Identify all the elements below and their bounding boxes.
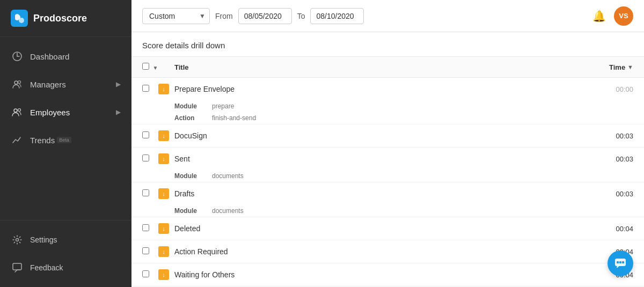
trends-icon	[11, 134, 24, 146]
row-icon-cell: ↓	[158, 246, 174, 257]
drill-down-panel: Score details drill down ▼ Title Time ▼	[131, 32, 644, 287]
row-time: 00:03	[606, 132, 633, 140]
svg-rect-10	[617, 261, 619, 263]
row-select-checkbox[interactable]	[142, 189, 149, 196]
to-date-input[interactable]	[310, 8, 364, 24]
chat-support-button[interactable]	[608, 251, 633, 276]
svg-point-6	[18, 109, 21, 112]
logo-text: Prodoscore	[33, 13, 87, 24]
select-all-checkbox[interactable]	[142, 63, 149, 70]
row-main-6: ↓ Waiting for Others 00:04	[131, 263, 644, 286]
time-column-header: Time ▼	[609, 63, 633, 71]
svg-point-3	[14, 81, 18, 84]
employees-icon	[11, 106, 24, 119]
logo-container: Prodoscore	[0, 0, 131, 37]
row-main-0: ↓ Prepare Envelope 00:00	[131, 78, 644, 100]
sidebar-item-label: Employees	[30, 108, 70, 117]
table-row: ↓ Prepare Envelope 00:00 Module prepare …	[131, 78, 644, 124]
to-label: To	[297, 12, 305, 20]
row-icon-cell: ↓	[158, 223, 174, 234]
sidebar-item-label: Dashboard	[30, 52, 69, 61]
table-row: ↓ Sent 00:03 Module documents	[131, 148, 644, 182]
row-icon-cell: ↓	[158, 130, 174, 141]
row-status-icon: ↓	[158, 223, 169, 234]
detail-label: Module	[174, 207, 212, 215]
row-detail: Module documents	[131, 205, 644, 217]
row-title: Deleted	[174, 224, 606, 233]
sidebar-item-trends[interactable]: Trends Beta	[0, 126, 131, 154]
row-checkbox-cell[interactable]	[142, 224, 158, 233]
sidebar: Prodoscore Dashboard	[0, 0, 131, 287]
sidebar-item-settings[interactable]: Settings	[0, 226, 131, 254]
chevron-right-icon: ▶	[116, 108, 121, 116]
row-title: Action Required	[174, 247, 606, 256]
row-checkbox-cell[interactable]	[142, 247, 158, 256]
time-sort-icon[interactable]: ▼	[627, 64, 633, 70]
row-detail: Action finish-and-send	[131, 112, 644, 124]
row-status-icon: ↓	[158, 130, 169, 141]
from-date-input[interactable]	[238, 8, 292, 24]
sidebar-item-employees[interactable]: Employees ▶	[0, 98, 131, 126]
row-status-icon: ↓	[158, 246, 169, 257]
sort-down-icon: ▼	[152, 65, 158, 71]
row-main-3: ↓ Drafts 00:03	[131, 182, 644, 205]
header-checkbox-cell: ▼	[142, 62, 158, 72]
sidebar-item-dashboard[interactable]: Dashboard	[0, 42, 131, 70]
row-time: 00:03	[606, 190, 633, 198]
detail-label: Module	[174, 172, 212, 180]
feedback-icon	[11, 261, 24, 274]
row-select-checkbox[interactable]	[142, 247, 149, 254]
drill-down-title: Score details drill down	[131, 32, 644, 57]
table-header: ▼ Title Time ▼	[131, 57, 644, 78]
top-header: Custom Last 7 Days Last 30 Days This Mon…	[131, 0, 644, 32]
row-title: Prepare Envelope	[174, 85, 606, 93]
prodoscore-logo-icon	[11, 10, 28, 27]
svg-point-7	[16, 239, 19, 241]
notification-bell-icon[interactable]: 🔔	[592, 10, 606, 23]
row-checkbox-cell[interactable]	[142, 131, 158, 141]
svg-point-4	[18, 81, 21, 84]
row-title: Waiting for Others	[174, 270, 606, 279]
sidebar-item-managers[interactable]: Managers ▶	[0, 70, 131, 98]
dashboard-icon	[11, 50, 24, 63]
svg-point-5	[14, 109, 17, 112]
row-checkbox-cell[interactable]	[142, 154, 158, 164]
sidebar-item-label: Feedback	[30, 263, 63, 272]
date-filter: Custom Last 7 Days Last 30 Days This Mon…	[142, 8, 364, 24]
row-title: Sent	[174, 154, 606, 163]
row-checkbox-cell[interactable]	[142, 189, 158, 198]
table-body: ↓ Prepare Envelope 00:00 Module prepare …	[131, 78, 644, 286]
row-status-icon: ↓	[158, 269, 169, 280]
date-range-select[interactable]: Custom Last 7 Days Last 30 Days This Mon…	[142, 8, 210, 24]
row-checkbox-cell[interactable]	[142, 270, 158, 279]
user-avatar[interactable]: VS	[614, 6, 633, 26]
row-icon-cell: ↓	[158, 188, 174, 199]
detail-value: prepare	[212, 102, 234, 110]
table-row: ↓ Deleted 00:04	[131, 217, 644, 240]
row-main-4: ↓ Deleted 00:04	[131, 217, 644, 240]
detail-label: Module	[174, 102, 212, 110]
table-row: ↓ Drafts 00:03 Module documents	[131, 182, 644, 217]
row-status-icon: ↓	[158, 84, 169, 94]
row-icon-cell: ↓	[158, 269, 174, 280]
from-label: From	[215, 12, 233, 20]
main-content: Custom Last 7 Days Last 30 Days This Mon…	[131, 0, 644, 287]
main-nav: Dashboard Managers ▶	[0, 37, 131, 220]
detail-value: finish-and-send	[212, 114, 256, 122]
sidebar-item-feedback[interactable]: Feedback	[0, 254, 131, 282]
row-main-2: ↓ Sent 00:03	[131, 148, 644, 170]
row-select-checkbox[interactable]	[142, 224, 149, 231]
row-select-checkbox[interactable]	[142, 270, 149, 277]
row-select-checkbox[interactable]	[142, 154, 149, 161]
detail-value: documents	[212, 207, 244, 215]
detail-value: documents	[212, 172, 244, 180]
row-icon-cell: ↓	[158, 84, 174, 94]
date-range-dropdown[interactable]: Custom Last 7 Days Last 30 Days This Mon…	[142, 8, 210, 24]
table-row: ↓ DocuSign 00:03	[131, 124, 644, 148]
row-time: 00:04	[606, 225, 633, 233]
row-checkbox-cell[interactable]	[142, 84, 158, 94]
row-detail: Module prepare	[131, 100, 644, 112]
sidebar-item-label: Settings	[30, 236, 57, 244]
row-select-checkbox[interactable]	[142, 85, 149, 92]
row-select-checkbox[interactable]	[142, 131, 149, 138]
